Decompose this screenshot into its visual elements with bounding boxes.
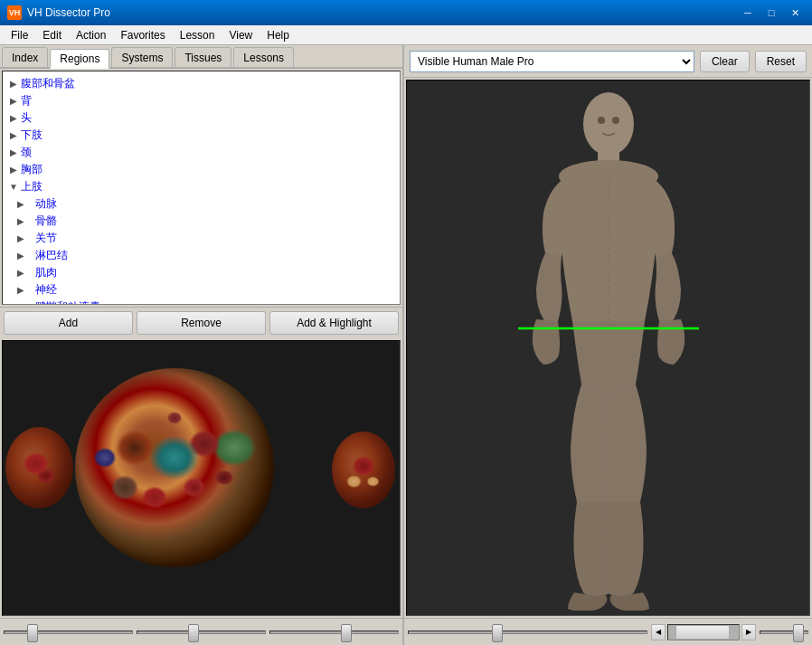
tree-toggle-thorax[interactable]: ▶ (6, 165, 21, 175)
right-slider-track2[interactable] (760, 631, 809, 634)
list-item[interactable]: ▶ 下肢 (6, 127, 396, 144)
tree-toggle-muscles[interactable]: ▶ (6, 268, 35, 278)
list-item[interactable]: ▶ 背 (6, 92, 396, 109)
tree-label-muscles: 肌肉 (35, 265, 57, 280)
menu-help[interactable]: Help (260, 27, 297, 43)
svg-point-3 (598, 117, 605, 124)
left-slider-track3[interactable] (269, 631, 399, 634)
body-svg (482, 86, 735, 611)
list-item[interactable]: ▼ 上肢 (6, 178, 396, 195)
right-top-bar: Visible Human Male Pro Visible Human Fem… (404, 45, 812, 78)
button-bar: Add Remove Add & Highlight (0, 307, 402, 338)
right-slider-track[interactable] (408, 631, 647, 634)
menu-action[interactable]: Action (69, 27, 113, 43)
list-item[interactable]: ▶ 腹部和骨盆 (6, 75, 396, 92)
crosssection-side-right (332, 432, 395, 508)
tree-toggle-lymph[interactable]: ▶ (6, 251, 35, 261)
scroll-left-arrow[interactable]: ◀ (651, 624, 666, 640)
tab-systems[interactable]: Systems (111, 47, 173, 67)
list-item[interactable]: ▶ 神经 (6, 281, 396, 299)
tree-toggle-joints[interactable]: ▶ (6, 233, 35, 243)
left-slider-thumb2[interactable] (188, 624, 199, 642)
list-item[interactable]: ▶ 腱鞘和粘液囊 (6, 299, 396, 305)
tree-toggle-tendons[interactable]: ▶ (6, 302, 35, 305)
tree-label-abdomen: 腹部和骨盆 (21, 76, 75, 91)
slider-area-right: ◀ ▶ (404, 618, 812, 645)
crosssection-main (75, 368, 274, 567)
tree-panel[interactable]: ▶ 腹部和骨盆 ▶ 背 ▶ 头 ▶ 下肢 ▶ 颈 ▶ 胸部 (2, 71, 401, 305)
slider-area-left (0, 618, 402, 645)
tree-label-bones: 骨骼 (35, 213, 57, 229)
tab-tissues[interactable]: Tissues (175, 47, 231, 67)
app-icon: VH (7, 5, 22, 20)
model-select[interactable]: Visible Human Male Pro Visible Human Fem… (410, 51, 694, 72)
tree-label-lymph: 淋巴结 (35, 248, 68, 263)
tree-label-arteries: 动脉 (35, 196, 57, 212)
list-item[interactable]: ▶ 骨骼 (6, 213, 396, 230)
list-item[interactable]: ▶ 胸部 (6, 161, 396, 178)
left-slider-track2[interactable] (137, 631, 266, 634)
tree-toggle-neck[interactable]: ▶ (6, 147, 21, 157)
left-slider-track[interactable] (4, 631, 133, 634)
menu-favorites[interactable]: Favorites (113, 27, 172, 43)
tree-label-joints: 关节 (35, 231, 57, 246)
tree-label-tendons: 腱鞘和粘液囊 (35, 299, 100, 305)
tab-index[interactable]: Index (2, 47, 48, 67)
tree-toggle-head[interactable]: ▶ (6, 113, 21, 123)
viewport-3d[interactable] (406, 80, 810, 616)
list-item[interactable]: ▶ 关节 (6, 230, 396, 247)
menu-file[interactable]: File (4, 27, 35, 43)
tree-label-nerves: 神经 (35, 282, 57, 298)
tree-label-head: 头 (21, 110, 32, 126)
tab-bar: Index Regions Systems Tissues Lessons (0, 45, 402, 69)
tree-toggle-upper-limb[interactable]: ▼ (6, 182, 21, 192)
left-panel: Index Regions Systems Tissues Lessons ▶ … (0, 45, 404, 645)
right-slider-thumb[interactable] (492, 624, 503, 642)
crosssection-view (3, 341, 400, 615)
tab-lessons[interactable]: Lessons (233, 47, 294, 67)
svg-point-4 (612, 117, 619, 124)
menu-edit[interactable]: Edit (35, 27, 69, 43)
window-controls: ─ □ ✕ (738, 5, 805, 21)
tree-label-lower-limb: 下肢 (21, 128, 42, 143)
close-button[interactable]: ✕ (785, 5, 805, 21)
add-highlight-button[interactable]: Add & Highlight (269, 311, 399, 335)
list-item[interactable]: ▶ 头 (6, 109, 396, 127)
scroll-right-arrow[interactable]: ▶ (741, 624, 756, 640)
menu-lesson[interactable]: Lesson (173, 27, 222, 43)
tree-label-thorax: 胸部 (21, 162, 42, 177)
right-slider-thumb2[interactable] (793, 624, 804, 642)
tree-label-upper-limb: 上肢 (21, 179, 42, 194)
list-item[interactable]: ▶ 淋巴结 (6, 247, 396, 264)
right-panel: Visible Human Male Pro Visible Human Fem… (404, 45, 812, 645)
tree-toggle-back[interactable]: ▶ (6, 96, 21, 106)
tree-toggle-arteries[interactable]: ▶ (6, 199, 35, 209)
scroll-track[interactable] (667, 624, 740, 640)
tab-regions[interactable]: Regions (50, 49, 109, 69)
add-button[interactable]: Add (4, 311, 133, 335)
list-item[interactable]: ▶ 颈 (6, 144, 396, 161)
main-layout: Index Regions Systems Tissues Lessons ▶ … (0, 45, 812, 645)
maximize-button[interactable]: □ (761, 5, 781, 21)
minimize-button[interactable]: ─ (738, 5, 758, 21)
title-bar: VH VH Dissector Pro ─ □ ✕ (0, 0, 812, 25)
remove-button[interactable]: Remove (137, 311, 266, 335)
reset-button[interactable]: Reset (755, 51, 807, 72)
tree-toggle-abdomen[interactable]: ▶ (6, 79, 21, 89)
crosssection-panel (2, 340, 401, 616)
left-slider-thumb1[interactable] (27, 624, 38, 642)
scroll-thumb[interactable] (675, 625, 730, 640)
crosssection-side-left (5, 427, 73, 508)
tree-toggle-lower-limb[interactable]: ▶ (6, 130, 21, 140)
menu-bar: File Edit Action Favorites Lesson View H… (0, 25, 812, 45)
title-text: VH Dissector Pro (27, 6, 110, 19)
clear-button[interactable]: Clear (700, 51, 750, 72)
left-slider-thumb3[interactable] (341, 624, 352, 642)
list-item[interactable]: ▶ 肌肉 (6, 264, 396, 281)
tree-label-back: 背 (21, 93, 32, 109)
tree-toggle-bones[interactable]: ▶ (6, 216, 35, 226)
tree-toggle-nerves[interactable]: ▶ (6, 285, 35, 295)
list-item[interactable]: ▶ 动脉 (6, 195, 396, 213)
title-bar-left: VH VH Dissector Pro (7, 5, 110, 20)
menu-view[interactable]: View (222, 27, 260, 43)
